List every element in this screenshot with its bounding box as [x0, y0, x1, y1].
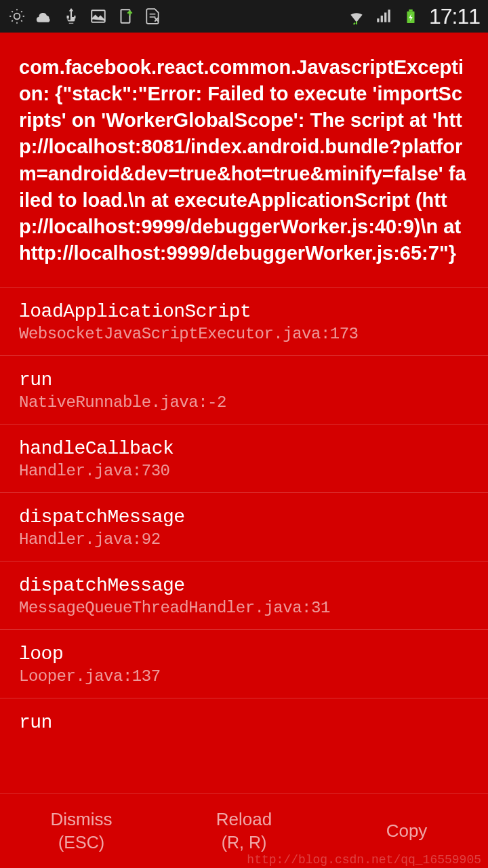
copy-label: Copy — [386, 820, 428, 843]
svg-line-4 — [21, 20, 22, 22]
stack-method: loadApplicationScript — [19, 301, 469, 322]
doc-icon — [144, 7, 161, 25]
sync-icon — [117, 7, 134, 25]
error-message: com.facebook.react.common.JavascriptExce… — [0, 33, 488, 287]
image-icon — [89, 7, 107, 25]
brightness-icon — [8, 7, 26, 25]
stack-method: run — [19, 712, 469, 733]
reload-sub: (R, R) — [222, 831, 267, 854]
status-time: 17:11 — [429, 4, 480, 29]
svg-line-8 — [21, 11, 22, 12]
wifi-icon — [348, 7, 365, 25]
stack-frame[interactable]: run — [0, 698, 488, 748]
stack-method: dispatchMessage — [19, 575, 469, 596]
stack-frame[interactable]: loadApplicationScriptWebsocketJavaScript… — [0, 287, 488, 355]
usb-icon — [62, 7, 80, 25]
stack-frame[interactable]: dispatchMessageMessageQueueThreadHandler… — [0, 561, 488, 629]
svg-line-7 — [12, 20, 13, 22]
status-bar: 17:11 — [0, 0, 488, 33]
stack-frame[interactable]: dispatchMessageHandler.java:92 — [0, 492, 488, 561]
stack-file: Handler.java:730 — [19, 462, 469, 480]
svg-rect-13 — [409, 9, 413, 12]
reload-label: Reload — [216, 808, 272, 831]
status-left — [8, 7, 161, 25]
copy-button[interactable]: Copy — [325, 794, 488, 868]
dismiss-button[interactable]: Dismiss (ESC) — [0, 794, 163, 868]
stack-file: NativeRunnable.java:-2 — [19, 393, 469, 412]
stack-file: Handler.java:92 — [19, 530, 469, 549]
stack-method: handleCallback — [19, 438, 469, 459]
cloud-icon — [35, 7, 53, 25]
stack-method: run — [19, 370, 469, 391]
stack-trace-list: loadApplicationScriptWebsocketJavaScript… — [0, 287, 488, 748]
stack-method: loop — [19, 644, 469, 665]
stack-frame[interactable]: handleCallbackHandler.java:730 — [0, 424, 488, 492]
stack-file: WebsocketJavaScriptExecutor.java:173 — [19, 325, 469, 343]
stack-frame[interactable]: runNativeRunnable.java:-2 — [0, 355, 488, 424]
error-container: com.facebook.react.common.JavascriptExce… — [0, 33, 488, 793]
bottom-bar: Dismiss (ESC) Reload (R, R) Copy — [0, 793, 488, 868]
signal-icon — [375, 7, 392, 25]
stack-method: dispatchMessage — [19, 507, 469, 528]
reload-button[interactable]: Reload (R, R) — [163, 794, 325, 868]
svg-line-3 — [12, 11, 13, 12]
stack-frame[interactable]: loopLooper.java:137 — [0, 629, 488, 698]
dismiss-sub: (ESC) — [58, 831, 104, 854]
stack-file: Looper.java:137 — [19, 667, 469, 686]
dismiss-label: Dismiss — [51, 808, 113, 831]
stack-file: MessageQueueThreadHandler.java:31 — [19, 599, 469, 617]
battery-icon — [402, 7, 420, 25]
status-right: 17:11 — [348, 4, 480, 29]
svg-point-0 — [14, 14, 20, 20]
